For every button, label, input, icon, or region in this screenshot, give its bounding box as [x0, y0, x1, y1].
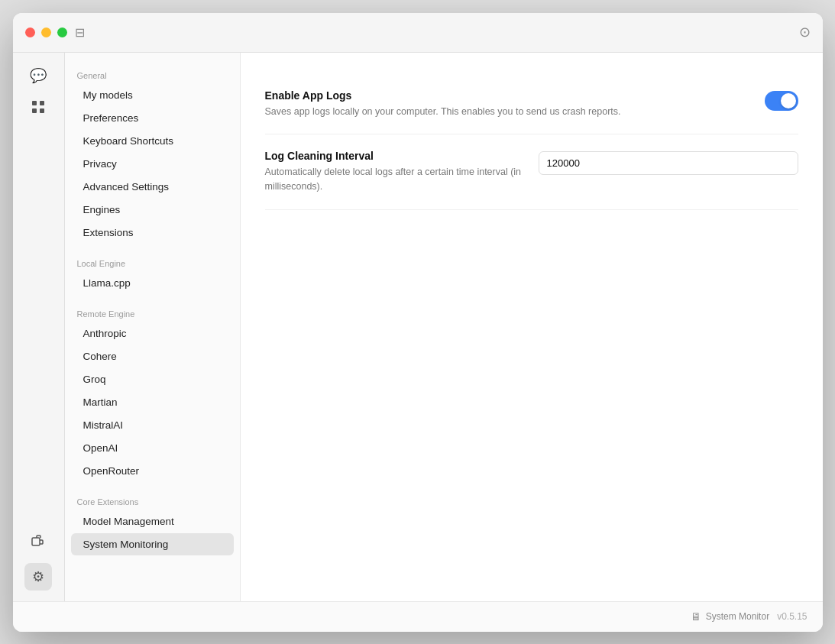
sidebar-item-system-monitoring[interactable]: System Monitoring: [71, 533, 234, 555]
log-cleaning-interval-info: Log Cleaning Interval Automatically dele…: [265, 150, 539, 194]
sidebar-item-anthropic[interactable]: Anthropic: [71, 322, 234, 345]
sidebar-item-privacy[interactable]: Privacy: [71, 153, 234, 175]
sidebar-item-openrouter[interactable]: OpenRouter: [71, 460, 234, 482]
log-cleaning-interval-title: Log Cleaning Interval: [265, 150, 539, 162]
status-bar: 🖥 System Monitor v0.5.15: [13, 601, 823, 632]
icon-sidebar: 💬: [13, 53, 65, 601]
sidebar-item-groq[interactable]: Groq: [71, 368, 234, 390]
log-cleaning-interval-control: [539, 150, 798, 175]
sidebar-item-model-management[interactable]: Model Management: [71, 510, 234, 532]
content-area: Enable App Logs Saves app logs locally o…: [241, 53, 823, 601]
remote-engine-section-label: Remote Engine: [65, 303, 240, 322]
icon-sidebar-bottom: ⚙: [24, 529, 52, 591]
sidebar-item-llamacpp[interactable]: Llama.cpp: [71, 272, 234, 294]
enable-app-logs-control: [765, 89, 798, 111]
titlebar: ⊟ ⊙: [13, 13, 823, 53]
fullscreen-button[interactable]: [57, 28, 67, 37]
nav-sidebar: General My models Preferences Keyboard S…: [65, 53, 241, 601]
sidebar-item-my-models[interactable]: My models: [71, 84, 234, 106]
system-monitor-label: System Monitor: [706, 611, 769, 622]
log-cleaning-interval-description: Automatically delete local logs after a …: [265, 165, 539, 194]
sidebar-item-preferences[interactable]: Preferences: [71, 107, 234, 129]
enable-app-logs-toggle[interactable]: [765, 91, 798, 111]
extension-icon: [31, 534, 45, 552]
general-section-label: General: [65, 65, 240, 83]
sidebar-item-engines[interactable]: Engines: [71, 199, 234, 221]
extension-nav-button[interactable]: [24, 529, 52, 557]
status-bar-content: 🖥 System Monitor v0.5.15: [691, 610, 807, 623]
log-cleaning-interval-input[interactable]: [539, 151, 798, 175]
svg-rect-1: [40, 101, 44, 105]
sidebar-toggle-icon[interactable]: ⊟: [75, 25, 85, 40]
svg-rect-2: [32, 108, 37, 113]
grid-icon: [31, 100, 45, 118]
core-extensions-section-label: Core Extensions: [65, 491, 240, 510]
monitor-icon: 🖥: [691, 610, 701, 623]
settings-gear-icon: ⚙: [32, 568, 44, 585]
enable-app-logs-info: Enable App Logs Saves app logs locally o…: [265, 89, 647, 119]
enable-app-logs-description: Saves app logs locally on your computer.…: [265, 105, 647, 119]
sidebar-item-openai[interactable]: OpenAI: [71, 437, 234, 459]
sidebar-item-mistralai[interactable]: MistralAI: [71, 414, 234, 436]
chat-nav-button[interactable]: 💬: [24, 62, 52, 89]
local-engine-section-label: Local Engine: [65, 253, 240, 271]
close-button[interactable]: [25, 28, 35, 37]
sidebar-item-advanced-settings[interactable]: Advanced Settings: [71, 176, 234, 198]
enable-app-logs-title: Enable App Logs: [265, 89, 647, 102]
grid-nav-button[interactable]: [24, 95, 52, 123]
traffic-lights: [25, 28, 67, 37]
svg-rect-3: [40, 108, 44, 113]
settings-nav-button[interactable]: ⚙: [24, 563, 52, 591]
sidebar-item-extensions[interactable]: Extensions: [71, 222, 234, 244]
main-content: 💬: [13, 53, 823, 601]
minimize-button[interactable]: [41, 28, 51, 37]
sidebar-item-martian[interactable]: Martian: [71, 391, 234, 413]
help-icon[interactable]: ⊙: [799, 24, 811, 40]
version-label: v0.5.15: [777, 611, 807, 622]
enable-app-logs-row: Enable App Logs Saves app logs locally o…: [265, 74, 798, 135]
chat-icon: 💬: [30, 67, 47, 84]
svg-rect-0: [32, 101, 37, 105]
sidebar-item-keyboard-shortcuts[interactable]: Keyboard Shortcuts: [71, 130, 234, 152]
sidebar-item-cohere[interactable]: Cohere: [71, 345, 234, 367]
app-window: ⊟ ⊙ 💬: [13, 13, 823, 632]
log-cleaning-interval-row: Log Cleaning Interval Automatically dele…: [265, 134, 798, 210]
svg-rect-4: [32, 538, 40, 545]
